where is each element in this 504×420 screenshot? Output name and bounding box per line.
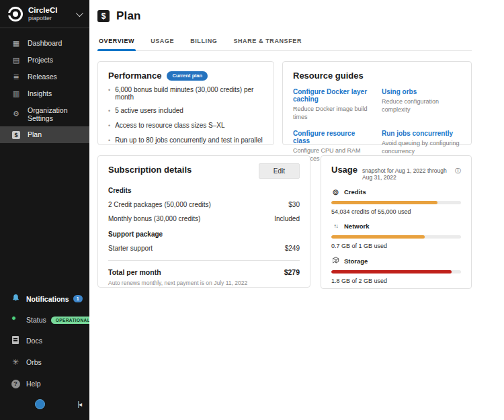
total-label: Total per month bbox=[108, 268, 161, 276]
notifications-count-badge: 1 bbox=[73, 295, 83, 302]
sidebar-item-label: Dashboard bbox=[28, 39, 62, 47]
org-name: CircleCI bbox=[28, 6, 76, 15]
sidebar-item-plan[interactable]: $ Plan bbox=[0, 126, 89, 143]
performance-card: Performance Current plan 6,000 bonus bui… bbox=[97, 61, 274, 145]
usage-card: Usage snapshot for Aug 1, 2022 through A… bbox=[321, 155, 472, 289]
subscription-row: Starter support $249 bbox=[108, 245, 300, 252]
help-link[interactable]: ? Help bbox=[0, 375, 89, 392]
renewal-footnote: Auto renews monthly, next payment is on … bbox=[108, 280, 300, 286]
performance-bullet-list: 6,000 bonus build minutes (30,000 credit… bbox=[108, 86, 263, 145]
sidebar-item-releases[interactable]: ≣ Releases bbox=[0, 69, 89, 85]
divider bbox=[108, 260, 300, 261]
docs-label: Docs bbox=[26, 337, 42, 345]
credits-icon: ◎ bbox=[331, 188, 340, 196]
sidebar-item-insights[interactable]: ▥ Insights bbox=[0, 85, 89, 102]
docs-link[interactable]: Docs bbox=[0, 332, 89, 349]
resource-guides-title: Resource guides bbox=[293, 71, 461, 81]
performance-bullet: Access to resource class sizes S–XL bbox=[108, 122, 263, 130]
main-content: $ Plan OVERVIEW USAGE BILLING SHARE & TR… bbox=[89, 0, 504, 420]
sidebar-item-label: Projects bbox=[28, 56, 53, 64]
credits-heading: Credits bbox=[108, 187, 300, 194]
sidebar-item-label: Organization Settings bbox=[28, 106, 83, 122]
org-switcher[interactable]: CircleCI piapotter bbox=[0, 0, 89, 28]
status-label: Status bbox=[26, 316, 46, 324]
row-value: $249 bbox=[285, 245, 300, 252]
tab-overview[interactable]: OVERVIEW bbox=[97, 34, 136, 50]
current-plan-badge: Current plan bbox=[167, 71, 208, 81]
orbs-icon: ✳ bbox=[10, 358, 21, 367]
sidebar-footer: |◂ bbox=[0, 396, 89, 417]
performance-title: Performance bbox=[108, 71, 161, 81]
bell-icon bbox=[10, 294, 21, 304]
sidebar-item-label: Insights bbox=[28, 89, 52, 97]
status-operational-badge: OPERATIONAL bbox=[51, 317, 95, 324]
plan-icon: $ bbox=[11, 130, 21, 139]
network-caption: 0.7 GB of 1 GB used bbox=[331, 243, 461, 249]
edit-button[interactable]: Edit bbox=[259, 163, 300, 179]
storage-caption: 1.8 GB of 2 GB used bbox=[331, 278, 461, 284]
tab-share-transfer[interactable]: SHARE & TRANSFER bbox=[232, 34, 303, 50]
orbs-label: Orbs bbox=[26, 358, 42, 366]
projects-icon: ▤ bbox=[11, 56, 21, 65]
performance-bullet: 5 active users included bbox=[108, 107, 263, 116]
subscription-row: Monthly bonus (30,000 credits) Included bbox=[108, 215, 300, 222]
performance-bullet: Run up to 80 jobs concurrently and test … bbox=[108, 136, 263, 145]
gear-icon: ⚙ bbox=[11, 110, 21, 118]
guide-desc: Avoid queuing by configuring concurrency bbox=[382, 139, 461, 155]
orbs-link[interactable]: ✳ Orbs bbox=[0, 353, 89, 371]
meter-label: Network bbox=[344, 222, 369, 230]
status-link[interactable]: Status OPERATIONAL bbox=[0, 312, 89, 328]
storage-cube-icon bbox=[331, 257, 340, 265]
meter-label: Credits bbox=[344, 188, 366, 196]
row-label: Monthly bonus (30,000 credits) bbox=[108, 215, 200, 222]
sidebar-divider bbox=[0, 28, 89, 28]
notifications-label: Notifications bbox=[26, 295, 69, 303]
meter-label: Storage bbox=[344, 257, 368, 265]
guide-link-resource-class[interactable]: Configure resource class bbox=[293, 130, 372, 144]
insights-icon: ▥ bbox=[11, 89, 21, 98]
docs-icon bbox=[12, 336, 19, 344]
tab-usage[interactable]: USAGE bbox=[149, 34, 175, 50]
plan-page-icon: $ bbox=[97, 10, 110, 22]
resource-guides-card: Resource guides Configure Docker layer c… bbox=[282, 61, 472, 145]
info-icon[interactable]: ⓘ bbox=[455, 167, 461, 175]
guide-link-run-jobs-concurrently[interactable]: Run jobs concurrently bbox=[382, 130, 461, 137]
releases-icon: ≣ bbox=[11, 73, 21, 81]
sidebar-item-label: Releases bbox=[28, 73, 57, 81]
guide-desc: Reduce configuration complexity bbox=[382, 97, 461, 114]
app-root: CircleCI piapotter ▦ Dashboard ▤ Project… bbox=[0, 0, 504, 420]
row-value: $30 bbox=[288, 201, 300, 208]
help-label: Help bbox=[26, 380, 41, 388]
performance-bullet: 6,000 bonus build minutes (30,000 credit… bbox=[108, 86, 263, 101]
sidebar-item-projects[interactable]: ▤ Projects bbox=[0, 52, 89, 69]
org-subtitle: piapotter bbox=[28, 15, 76, 22]
row-label: Starter support bbox=[108, 245, 153, 252]
page-title: Plan bbox=[116, 9, 141, 23]
storage-progress-bar bbox=[331, 270, 461, 274]
tab-billing[interactable]: BILLING bbox=[189, 34, 218, 50]
guide-link-using-orbs[interactable]: Using orbs bbox=[382, 88, 461, 95]
usage-title: Usage bbox=[331, 165, 358, 175]
total-row: Total per month $279 bbox=[108, 268, 300, 276]
guide-link-docker-layer-caching[interactable]: Configure Docker layer caching bbox=[293, 88, 372, 103]
user-avatar[interactable] bbox=[35, 399, 45, 409]
guide-desc: Reduce Docker image build times bbox=[293, 105, 372, 121]
usage-snapshot-range: snapshot for Aug 1, 2022 through Aug 31,… bbox=[362, 167, 452, 181]
network-progress-fill bbox=[331, 235, 425, 239]
sidebar-item-label: Plan bbox=[28, 130, 42, 138]
credits-meter: ◎ Credits 54,034 credits of 55,000 used bbox=[331, 188, 461, 215]
subscription-details-card: Subscription details Edit Credits 2 Cred… bbox=[97, 155, 310, 288]
collapse-sidebar-icon[interactable]: |◂ bbox=[77, 401, 81, 408]
credits-progress-fill bbox=[331, 201, 437, 204]
chevron-down-icon bbox=[76, 9, 83, 17]
row-value: Included bbox=[274, 215, 300, 222]
storage-meter: Storage 1.8 GB of 2 GB used bbox=[331, 257, 461, 284]
cards-row-bottom: Subscription details Edit Credits 2 Cred… bbox=[97, 155, 472, 289]
credits-caption: 54,034 credits of 55,000 used bbox=[331, 208, 461, 215]
help-icon: ? bbox=[11, 380, 20, 388]
notifications-button[interactable]: Notifications 1 bbox=[0, 290, 89, 308]
sidebar-item-organization-settings[interactable]: ⚙ Organization Settings bbox=[0, 102, 89, 126]
sidebar-item-dashboard[interactable]: ▦ Dashboard bbox=[0, 35, 89, 52]
subscription-row: 2 Credit packages (50,000 credits) $30 bbox=[108, 201, 300, 208]
guide-item: Using orbs Reduce configuration complexi… bbox=[382, 88, 461, 121]
